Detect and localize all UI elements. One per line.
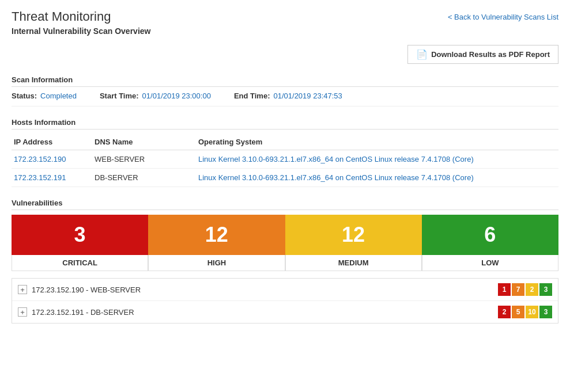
host-badges: 1723 xyxy=(498,283,552,296)
hosts-section-title: Hosts Information xyxy=(12,118,558,130)
scan-status-field: Status: Completed xyxy=(12,92,77,100)
vuln-count-high: 12 xyxy=(148,215,285,255)
download-pdf-button[interactable]: 📄 Download Results as PDF Report xyxy=(407,45,558,64)
download-button-label: Download Results as PDF Report xyxy=(431,50,550,59)
expand-icon[interactable]: + xyxy=(18,285,27,294)
vulnerabilities-section-title: Vulnerabilities xyxy=(12,199,558,210)
col-operating-system: Operating System xyxy=(196,134,558,150)
scan-status-value: Completed xyxy=(40,92,77,100)
page-title: Threat Monitoring xyxy=(12,9,111,24)
scan-info-row: Status: Completed Start Time: 01/01/2019… xyxy=(12,92,558,106)
badge: 3 xyxy=(539,283,552,296)
scan-start-time-value: 01/01/2019 23:00:00 xyxy=(142,92,211,100)
host-os: Linux Kernel 3.10.0-693.21.1.el7.x86_64 … xyxy=(196,150,558,169)
download-row: 📄 Download Results as PDF Report xyxy=(12,45,558,64)
pdf-icon: 📄 xyxy=(416,49,428,60)
vuln-count-low: 6 xyxy=(422,215,558,255)
host-badges: 25103 xyxy=(498,306,552,318)
scan-start-time-field: Start Time: 01/01/2019 23:00:00 xyxy=(100,92,211,100)
vulnerability-card-medium: 12 MEDIUM xyxy=(285,215,422,271)
hosts-section: Hosts Information IP Address DNS Name Op… xyxy=(12,118,558,187)
vuln-count-medium: 12 xyxy=(285,215,422,255)
scan-end-time-value: 01/01/2019 23:47:53 xyxy=(274,92,342,100)
badge: 3 xyxy=(539,306,552,318)
back-link[interactable]: < Back to Vulnerability Scans List xyxy=(448,13,558,21)
scan-end-time-field: End Time: 01/01/2019 23:47:53 xyxy=(234,92,342,100)
vulnerabilities-section: Vulnerabilities 3 CRITICAL 12 HIGH 12 ME… xyxy=(12,199,558,324)
page-subtitle: Internal Vulnerability Scan Overview xyxy=(12,26,558,36)
hosts-table: IP Address DNS Name Operating System 172… xyxy=(12,134,558,187)
scan-status-label: Status: xyxy=(12,92,37,100)
host-os: Linux Kernel 3.10.0-693.21.1.el7.x86_64 … xyxy=(196,169,558,187)
badge: 2 xyxy=(498,306,511,318)
list-item[interactable]: + 172.23.152.190 - WEB-SERVER 1723 xyxy=(12,279,558,301)
vuln-label-high: HIGH xyxy=(148,255,285,271)
badge: 5 xyxy=(512,306,524,318)
host-row-name: 172.23.152.190 - WEB-SERVER xyxy=(32,286,141,294)
table-row: 172.23.152.190 WEB-SERVER Linux Kernel 3… xyxy=(12,150,558,169)
badge: 1 xyxy=(498,283,511,296)
scan-info-section-title: Scan Information xyxy=(12,75,558,87)
host-row-name: 172.23.152.191 - DB-SERVER xyxy=(32,308,134,317)
host-dns: DB-SERVER xyxy=(92,169,196,187)
vuln-label-low: LOW xyxy=(422,255,558,271)
host-ip[interactable]: 172.23.152.190 xyxy=(12,150,92,169)
badge: 10 xyxy=(526,306,538,318)
vulnerability-cards: 3 CRITICAL 12 HIGH 12 MEDIUM 6 LOW xyxy=(12,215,558,271)
list-item[interactable]: + 172.23.152.191 - DB-SERVER 25103 xyxy=(12,301,558,323)
host-row-left: + 172.23.152.191 - DB-SERVER xyxy=(18,307,134,317)
vulnerability-card-critical: 3 CRITICAL xyxy=(12,215,148,271)
expand-icon[interactable]: + xyxy=(18,307,27,317)
scan-end-time-label: End Time: xyxy=(234,92,270,100)
vuln-label-critical: CRITICAL xyxy=(12,255,148,271)
badge: 2 xyxy=(526,283,538,296)
badge: 7 xyxy=(512,283,524,296)
vulnerability-card-high: 12 HIGH xyxy=(148,215,285,271)
host-rows-list: + 172.23.152.190 - WEB-SERVER 1723 + 172… xyxy=(12,278,558,324)
header-row: Threat Monitoring < Back to Vulnerabilit… xyxy=(12,9,558,24)
table-row: 172.23.152.191 DB-SERVER Linux Kernel 3.… xyxy=(12,169,558,187)
host-dns: WEB-SERVER xyxy=(92,150,196,169)
vulnerability-card-low: 6 LOW xyxy=(422,215,558,271)
host-row-left: + 172.23.152.190 - WEB-SERVER xyxy=(18,285,141,294)
vuln-label-medium: MEDIUM xyxy=(285,255,422,271)
host-ip[interactable]: 172.23.152.191 xyxy=(12,169,92,187)
col-ip-address: IP Address xyxy=(12,134,92,150)
vuln-count-critical: 3 xyxy=(12,215,148,255)
scan-start-time-label: Start Time: xyxy=(100,92,139,100)
col-dns-name: DNS Name xyxy=(92,134,196,150)
